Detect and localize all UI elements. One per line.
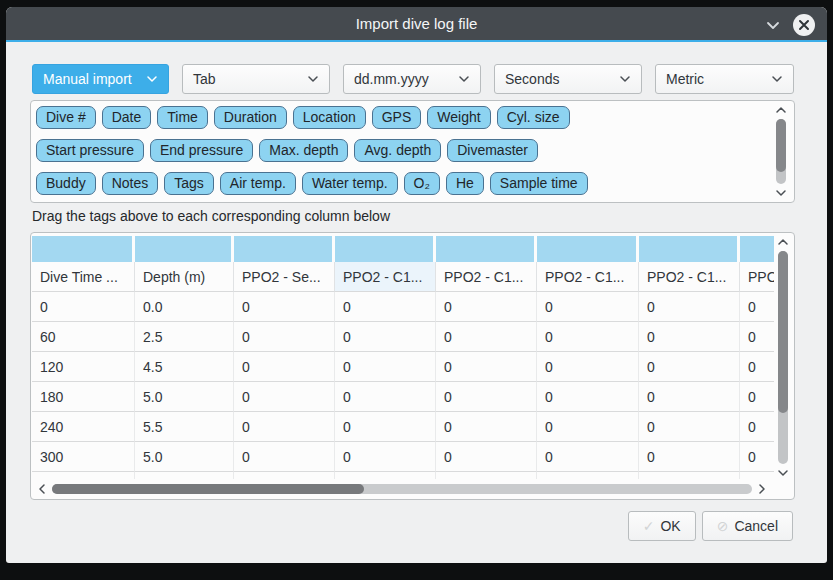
table-vertical-scrollbar[interactable]: [773, 235, 793, 480]
column-drop-cell[interactable]: [335, 236, 433, 262]
table-cell[interactable]: 0: [537, 352, 639, 382]
table-cell[interactable]: 0: [740, 442, 774, 472]
column-header[interactable]: PPO2 - C1...: [335, 262, 436, 292]
table-cell[interactable]: 0: [234, 382, 335, 412]
table-cell[interactable]: 0: [234, 292, 335, 322]
column-drop-cell[interactable]: [32, 236, 132, 262]
scroll-down-icon[interactable]: [775, 188, 787, 198]
table-cell[interactable]: 0: [740, 292, 774, 322]
tag-he[interactable]: He: [446, 172, 484, 195]
scroll-up-icon[interactable]: [775, 105, 787, 115]
scrollbar-thumb[interactable]: [52, 484, 364, 494]
column-drop-cell[interactable]: [135, 236, 231, 262]
table-cell[interactable]: 0: [639, 292, 740, 322]
column-drop-cell[interactable]: [436, 236, 534, 262]
scroll-down-icon[interactable]: [777, 468, 789, 478]
table-cell[interactable]: 0: [335, 352, 436, 382]
close-icon[interactable]: [793, 14, 815, 36]
dropdown-time-format[interactable]: Seconds: [494, 64, 642, 94]
table-cell[interactable]: 0: [639, 442, 740, 472]
scrollbar-thumb[interactable]: [776, 119, 786, 172]
table-cell[interactable]: 2.5: [135, 322, 234, 352]
table-cell[interactable]: 0: [436, 292, 537, 322]
column-header[interactable]: PPO2 - Se...: [234, 262, 335, 292]
table-cell[interactable]: 0: [537, 382, 639, 412]
table-cell[interactable]: 240: [32, 412, 135, 442]
dropdown-separator[interactable]: Tab: [182, 64, 330, 94]
table-horizontal-scrollbar[interactable]: [32, 479, 774, 498]
table-cell[interactable]: 5.0: [135, 442, 234, 472]
tag-max-depth[interactable]: Max. depth: [259, 139, 348, 162]
tag-cyl-size[interactable]: Cyl. size: [497, 106, 570, 129]
table-cell[interactable]: 0: [639, 322, 740, 352]
table-cell[interactable]: 0: [537, 412, 639, 442]
table-cell[interactable]: 0: [740, 382, 774, 412]
scrollbar-thumb[interactable]: [778, 251, 788, 413]
column-drop-cell[interactable]: [234, 236, 332, 262]
tags-scrollbar[interactable]: [771, 103, 791, 200]
table-cell[interactable]: 0: [436, 352, 537, 382]
scroll-right-icon[interactable]: [756, 483, 768, 495]
tag-water-temp[interactable]: Water temp.: [302, 172, 398, 195]
table-cell[interactable]: 0: [436, 382, 537, 412]
table-cell[interactable]: 0: [32, 292, 135, 322]
column-header[interactable]: PPO2 - C1...: [740, 262, 774, 292]
ok-button[interactable]: ✓ OK: [628, 511, 696, 541]
table-cell[interactable]: 0: [436, 442, 537, 472]
tag-time[interactable]: Time: [157, 106, 208, 129]
table-cell[interactable]: 0: [335, 292, 436, 322]
table-cell[interactable]: 0: [335, 322, 436, 352]
column-header[interactable]: Depth (m): [135, 262, 234, 292]
table-cell[interactable]: 0: [234, 442, 335, 472]
table-cell[interactable]: 0: [639, 352, 740, 382]
table-cell[interactable]: 120: [32, 352, 135, 382]
tag-end-pressure[interactable]: End pressure: [150, 139, 253, 162]
column-drop-cell[interactable]: [740, 236, 774, 262]
scroll-left-icon[interactable]: [36, 483, 48, 495]
window-menu-chevron-down-icon[interactable]: [765, 20, 781, 30]
dropdown-date-format[interactable]: dd.mm.yyyy: [343, 64, 481, 94]
table-cell[interactable]: 0.0: [135, 292, 234, 322]
column-drop-cell[interactable]: [537, 236, 636, 262]
table-cell[interactable]: 5.0: [135, 382, 234, 412]
column-header[interactable]: PPO2 - C1...: [537, 262, 639, 292]
column-header[interactable]: PPO2 - C1...: [639, 262, 740, 292]
tag-weight[interactable]: Weight: [427, 106, 490, 129]
table-cell[interactable]: 0: [234, 412, 335, 442]
tag-divemaster[interactable]: Divemaster: [447, 139, 538, 162]
tag-air-temp[interactable]: Air temp.: [220, 172, 296, 195]
table-cell[interactable]: 0: [740, 412, 774, 442]
cancel-button[interactable]: ⊘ Cancel: [702, 511, 793, 541]
tag-start-pressure[interactable]: Start pressure: [36, 139, 144, 162]
tag-location[interactable]: Location: [293, 106, 366, 129]
table-cell[interactable]: 0: [639, 412, 740, 442]
table-cell[interactable]: 5.5: [135, 412, 234, 442]
dropdown-units[interactable]: Metric: [655, 64, 794, 94]
table-cell[interactable]: 0: [335, 412, 436, 442]
tag-sample-time[interactable]: Sample time: [490, 172, 588, 195]
table-cell[interactable]: 60: [32, 322, 135, 352]
table-cell[interactable]: 0: [436, 412, 537, 442]
tag-dive[interactable]: Dive #: [36, 106, 96, 129]
dropdown-import-mode[interactable]: Manual import: [32, 64, 169, 94]
tag-gps[interactable]: GPS: [372, 106, 422, 129]
titlebar[interactable]: Import dive log file: [6, 7, 827, 42]
column-header[interactable]: Dive Time ...: [32, 262, 135, 292]
table-cell[interactable]: 300: [32, 442, 135, 472]
table-cell[interactable]: 0: [537, 322, 639, 352]
tag-date[interactable]: Date: [102, 106, 152, 129]
tag-tags[interactable]: Tags: [164, 172, 214, 195]
table-cell[interactable]: 0: [335, 382, 436, 412]
tag-o[interactable]: O₂: [404, 172, 440, 195]
table-cell[interactable]: 0: [537, 442, 639, 472]
table-cell[interactable]: 0: [335, 442, 436, 472]
tag-notes[interactable]: Notes: [102, 172, 159, 195]
table-cell[interactable]: 0: [234, 322, 335, 352]
column-header[interactable]: PPO2 - C1...: [436, 262, 537, 292]
scroll-up-icon[interactable]: [777, 237, 789, 247]
table-cell[interactable]: 0: [740, 352, 774, 382]
table-cell[interactable]: 0: [234, 352, 335, 382]
table-cell[interactable]: 0: [537, 292, 639, 322]
tag-duration[interactable]: Duration: [214, 106, 287, 129]
table-cell[interactable]: 0: [436, 322, 537, 352]
